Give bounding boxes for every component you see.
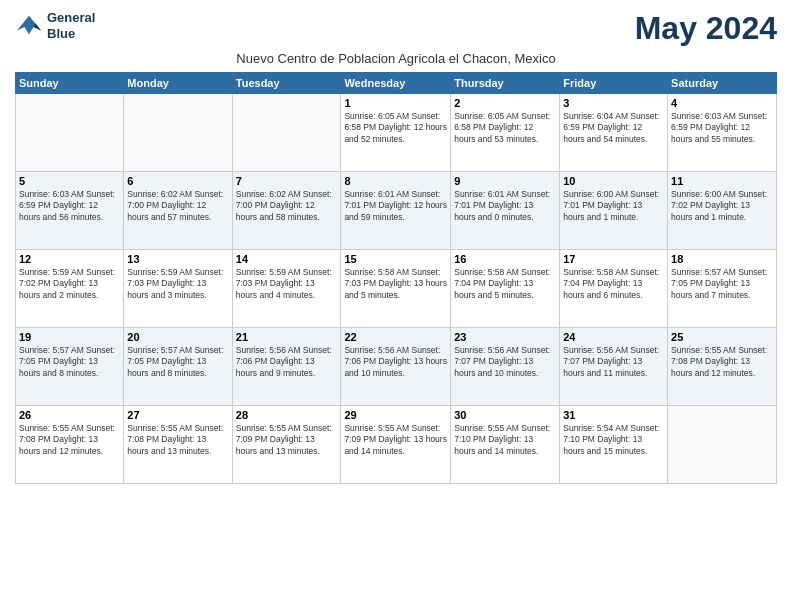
col-monday: Monday [124,73,232,94]
day-number: 31 [563,409,664,421]
table-row: 11Sunrise: 6:00 AM Sunset: 7:02 PM Dayli… [668,172,777,250]
day-number: 24 [563,331,664,343]
day-number: 25 [671,331,773,343]
calendar-week-row: 19Sunrise: 5:57 AM Sunset: 7:05 PM Dayli… [16,328,777,406]
table-row [16,94,124,172]
day-number: 30 [454,409,556,421]
day-info: Sunrise: 6:03 AM Sunset: 6:59 PM Dayligh… [671,111,773,145]
table-row: 6Sunrise: 6:02 AM Sunset: 7:00 PM Daylig… [124,172,232,250]
day-info: Sunrise: 5:55 AM Sunset: 7:08 PM Dayligh… [671,345,773,379]
table-row: 22Sunrise: 5:56 AM Sunset: 7:06 PM Dayli… [341,328,451,406]
table-row: 29Sunrise: 5:55 AM Sunset: 7:09 PM Dayli… [341,406,451,484]
day-info: Sunrise: 5:58 AM Sunset: 7:04 PM Dayligh… [563,267,664,301]
day-info: Sunrise: 5:56 AM Sunset: 7:07 PM Dayligh… [454,345,556,379]
day-number: 22 [344,331,447,343]
table-row: 5Sunrise: 6:03 AM Sunset: 6:59 PM Daylig… [16,172,124,250]
table-row: 25Sunrise: 5:55 AM Sunset: 7:08 PM Dayli… [668,328,777,406]
table-row: 28Sunrise: 5:55 AM Sunset: 7:09 PM Dayli… [232,406,341,484]
day-info: Sunrise: 5:56 AM Sunset: 7:06 PM Dayligh… [344,345,447,379]
day-info: Sunrise: 5:55 AM Sunset: 7:08 PM Dayligh… [127,423,228,457]
day-info: Sunrise: 5:58 AM Sunset: 7:03 PM Dayligh… [344,267,447,301]
col-sunday: Sunday [16,73,124,94]
day-info: Sunrise: 5:56 AM Sunset: 7:06 PM Dayligh… [236,345,338,379]
day-number: 10 [563,175,664,187]
day-number: 18 [671,253,773,265]
table-row: 10Sunrise: 6:00 AM Sunset: 7:01 PM Dayli… [560,172,668,250]
day-info: Sunrise: 6:05 AM Sunset: 6:58 PM Dayligh… [454,111,556,145]
calendar-week-row: 26Sunrise: 5:55 AM Sunset: 7:08 PM Dayli… [16,406,777,484]
table-row: 19Sunrise: 5:57 AM Sunset: 7:05 PM Dayli… [16,328,124,406]
day-number: 15 [344,253,447,265]
table-row: 30Sunrise: 5:55 AM Sunset: 7:10 PM Dayli… [451,406,560,484]
day-info: Sunrise: 5:57 AM Sunset: 7:05 PM Dayligh… [671,267,773,301]
table-row: 21Sunrise: 5:56 AM Sunset: 7:06 PM Dayli… [232,328,341,406]
day-number: 16 [454,253,556,265]
day-number: 17 [563,253,664,265]
calendar: Sunday Monday Tuesday Wednesday Thursday… [15,72,777,484]
calendar-header-row: Sunday Monday Tuesday Wednesday Thursday… [16,73,777,94]
day-number: 14 [236,253,338,265]
day-number: 27 [127,409,228,421]
table-row: 13Sunrise: 5:59 AM Sunset: 7:03 PM Dayli… [124,250,232,328]
day-number: 4 [671,97,773,109]
subtitle: Nuevo Centro de Poblacion Agricola el Ch… [15,51,777,66]
logo-text: General Blue [47,10,95,41]
calendar-week-row: 12Sunrise: 5:59 AM Sunset: 7:02 PM Dayli… [16,250,777,328]
day-number: 23 [454,331,556,343]
col-saturday: Saturday [668,73,777,94]
day-number: 26 [19,409,120,421]
table-row: 17Sunrise: 5:58 AM Sunset: 7:04 PM Dayli… [560,250,668,328]
col-friday: Friday [560,73,668,94]
table-row: 27Sunrise: 5:55 AM Sunset: 7:08 PM Dayli… [124,406,232,484]
day-number: 7 [236,175,338,187]
logo-icon [15,14,43,38]
col-tuesday: Tuesday [232,73,341,94]
day-info: Sunrise: 5:57 AM Sunset: 7:05 PM Dayligh… [19,345,120,379]
day-number: 11 [671,175,773,187]
day-info: Sunrise: 6:00 AM Sunset: 7:02 PM Dayligh… [671,189,773,223]
table-row: 7Sunrise: 6:02 AM Sunset: 7:00 PM Daylig… [232,172,341,250]
day-info: Sunrise: 5:55 AM Sunset: 7:09 PM Dayligh… [344,423,447,457]
table-row: 3Sunrise: 6:04 AM Sunset: 6:59 PM Daylig… [560,94,668,172]
table-row: 8Sunrise: 6:01 AM Sunset: 7:01 PM Daylig… [341,172,451,250]
day-info: Sunrise: 6:04 AM Sunset: 6:59 PM Dayligh… [563,111,664,145]
day-info: Sunrise: 5:59 AM Sunset: 7:02 PM Dayligh… [19,267,120,301]
table-row: 12Sunrise: 5:59 AM Sunset: 7:02 PM Dayli… [16,250,124,328]
table-row: 24Sunrise: 5:56 AM Sunset: 7:07 PM Dayli… [560,328,668,406]
day-number: 8 [344,175,447,187]
day-number: 28 [236,409,338,421]
day-info: Sunrise: 5:58 AM Sunset: 7:04 PM Dayligh… [454,267,556,301]
table-row: 15Sunrise: 5:58 AM Sunset: 7:03 PM Dayli… [341,250,451,328]
day-info: Sunrise: 5:57 AM Sunset: 7:05 PM Dayligh… [127,345,228,379]
table-row: 16Sunrise: 5:58 AM Sunset: 7:04 PM Dayli… [451,250,560,328]
day-number: 6 [127,175,228,187]
table-row [124,94,232,172]
day-info: Sunrise: 6:05 AM Sunset: 6:58 PM Dayligh… [344,111,447,145]
day-number: 12 [19,253,120,265]
day-number: 20 [127,331,228,343]
day-number: 9 [454,175,556,187]
day-number: 3 [563,97,664,109]
header: General Blue May 2024 [15,10,777,47]
day-number: 21 [236,331,338,343]
table-row: 9Sunrise: 6:01 AM Sunset: 7:01 PM Daylig… [451,172,560,250]
calendar-body: 1Sunrise: 6:05 AM Sunset: 6:58 PM Daylig… [16,94,777,484]
table-row: 23Sunrise: 5:56 AM Sunset: 7:07 PM Dayli… [451,328,560,406]
table-row: 14Sunrise: 5:59 AM Sunset: 7:03 PM Dayli… [232,250,341,328]
table-row: 4Sunrise: 6:03 AM Sunset: 6:59 PM Daylig… [668,94,777,172]
day-info: Sunrise: 5:59 AM Sunset: 7:03 PM Dayligh… [236,267,338,301]
day-info: Sunrise: 5:55 AM Sunset: 7:08 PM Dayligh… [19,423,120,457]
day-number: 29 [344,409,447,421]
day-info: Sunrise: 5:55 AM Sunset: 7:10 PM Dayligh… [454,423,556,457]
day-info: Sunrise: 5:54 AM Sunset: 7:10 PM Dayligh… [563,423,664,457]
table-row [232,94,341,172]
day-info: Sunrise: 6:02 AM Sunset: 7:00 PM Dayligh… [236,189,338,223]
day-number: 5 [19,175,120,187]
logo: General Blue [15,10,95,41]
table-row: 26Sunrise: 5:55 AM Sunset: 7:08 PM Dayli… [16,406,124,484]
day-info: Sunrise: 6:00 AM Sunset: 7:01 PM Dayligh… [563,189,664,223]
day-info: Sunrise: 6:03 AM Sunset: 6:59 PM Dayligh… [19,189,120,223]
day-number: 1 [344,97,447,109]
day-info: Sunrise: 5:59 AM Sunset: 7:03 PM Dayligh… [127,267,228,301]
col-wednesday: Wednesday [341,73,451,94]
